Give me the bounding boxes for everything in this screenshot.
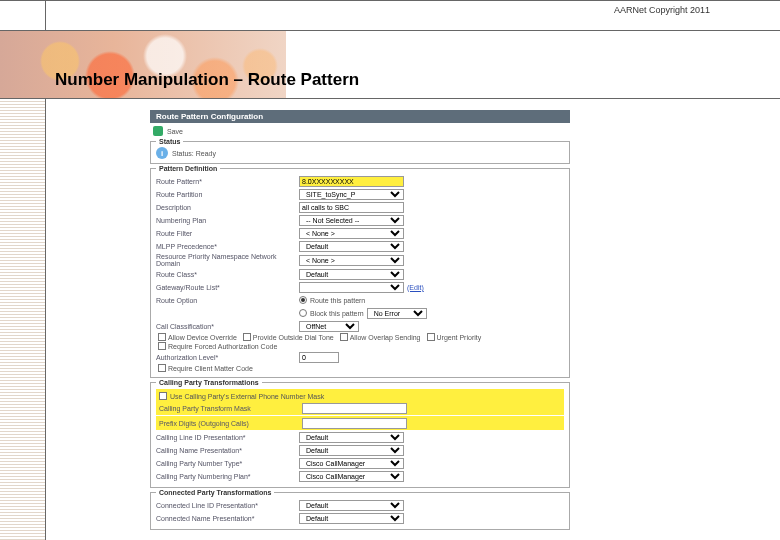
page-title: Number Manipulation – Route Pattern	[55, 70, 359, 90]
partition-select[interactable]: SITE_toSync_P	[299, 189, 404, 200]
route-pattern-label: Route Pattern	[156, 178, 296, 185]
calling-prefix-input[interactable]	[302, 418, 407, 429]
status-box: Status i Status: Ready	[150, 138, 570, 164]
clid-label: Calling Line ID Presentation	[156, 434, 296, 441]
call-class-label: Call Classification	[156, 323, 296, 330]
overlap-sending-checkbox[interactable]	[340, 333, 348, 341]
call-class-select[interactable]: OffNet	[299, 321, 359, 332]
copyright-text: AARNet Copyright 2011	[614, 5, 710, 15]
rpnr-select[interactable]: < None >	[299, 255, 404, 266]
calling-mask-label: Calling Party Transform Mask	[159, 405, 299, 412]
calling-legend: Calling Party Transformations	[156, 379, 262, 386]
cplan-select[interactable]: Cisco CallManager	[299, 471, 404, 482]
allow-override-checkbox[interactable]	[158, 333, 166, 341]
isdn-select[interactable]: Default	[299, 269, 404, 280]
connected-name-label: Connected Name Presentation	[156, 515, 296, 522]
auth-level-input[interactable]	[299, 352, 339, 363]
mlpp-select[interactable]: Default	[299, 241, 404, 252]
route-filter-select[interactable]: < None >	[299, 228, 404, 239]
pattern-legend: Pattern Definition	[156, 165, 220, 172]
route-option-label: Route Option	[156, 297, 296, 304]
fac-checkbox[interactable]	[158, 342, 166, 350]
mlpp-label: MLPP Precedence	[156, 243, 296, 250]
cnum-type-label: Calling Party Number Type	[156, 460, 296, 467]
gateway-label: Gateway/Route List	[156, 284, 296, 291]
gateway-select[interactable]	[299, 282, 404, 293]
outside-dialtone-checkbox[interactable]	[243, 333, 251, 341]
route-pattern-input[interactable]	[299, 176, 404, 187]
block-reason-select[interactable]: No Error	[367, 308, 427, 319]
save-icon[interactable]	[153, 126, 163, 136]
config-panel: Route Pattern Configuration Save Status …	[150, 110, 570, 530]
rpnr-label: Resource Priority Namespace Network Doma…	[156, 253, 296, 267]
route-this-label: Route this pattern	[310, 297, 365, 304]
route-this-radio[interactable]	[299, 296, 307, 304]
panel-header: Route Pattern Configuration	[150, 110, 570, 123]
route-filter-label: Route Filter	[156, 230, 296, 237]
clid-select[interactable]: Default	[299, 432, 404, 443]
urgent-priority-checkbox[interactable]	[427, 333, 435, 341]
partition-label: Route Partition	[156, 191, 296, 198]
status-legend: Status	[156, 138, 183, 145]
block-this-radio[interactable]	[299, 309, 307, 317]
info-icon: i	[156, 147, 168, 159]
connected-line-label: Connected Line ID Presentation	[156, 502, 296, 509]
use-ext-mask-checkbox[interactable]	[159, 392, 167, 400]
status-text: Status: Ready	[172, 150, 216, 157]
numbering-plan-label: Numbering Plan	[156, 217, 296, 224]
description-label: Description	[156, 204, 296, 211]
save-button[interactable]: Save	[167, 128, 183, 135]
block-this-label: Block this pattern	[310, 310, 364, 317]
calling-prefix-label: Prefix Digits (Outgoing Calls)	[159, 420, 299, 427]
calling-party-box: Calling Party Transformations Use Callin…	[150, 379, 570, 488]
connected-party-box: Connected Party Transformations Connecte…	[150, 489, 570, 530]
cname-select[interactable]: Default	[299, 445, 404, 456]
gateway-edit-link[interactable]: (Edit)	[407, 284, 424, 291]
isdn-label: Route Class	[156, 271, 296, 278]
cnum-type-select[interactable]: Cisco CallManager	[299, 458, 404, 469]
cmc-checkbox[interactable]	[158, 364, 166, 372]
decorative-stripes	[0, 99, 45, 540]
connected-legend: Connected Party Transformations	[156, 489, 274, 496]
pattern-definition-box: Pattern Definition Route Pattern Route P…	[150, 165, 570, 378]
description-input[interactable]	[299, 202, 404, 213]
connected-line-select[interactable]: Default	[299, 500, 404, 511]
calling-mask-input[interactable]	[302, 403, 407, 414]
auth-level-label: Authorization Level	[156, 354, 296, 361]
cplan-label: Calling Party Numbering Plan	[156, 473, 296, 480]
numbering-plan-select[interactable]: -- Not Selected --	[299, 215, 404, 226]
connected-name-select[interactable]: Default	[299, 513, 404, 524]
cname-label: Calling Name Presentation	[156, 447, 296, 454]
